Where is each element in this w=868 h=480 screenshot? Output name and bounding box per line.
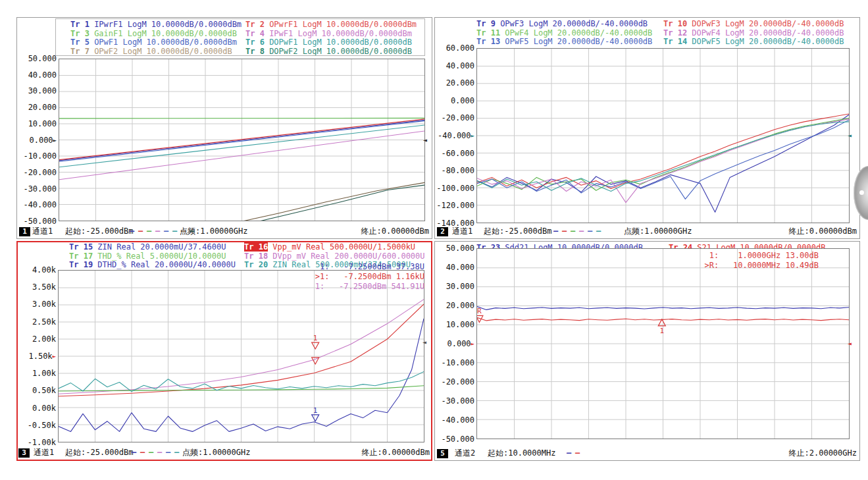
y-axis-tick-label: 2.00k <box>16 335 56 344</box>
y-axis-tick-label: 0.50k <box>16 387 56 395</box>
plot-area[interactable] <box>59 59 425 221</box>
window-channel1-harmonics[interactable]: Tr 9 OPwF3 LogM 20.0000dB/-40.0000dBTr 1… <box>434 17 860 239</box>
legend-trace-tr16[interactable]: Tr 16 Vpp_mV Real 500.0000U/1.5000kU <box>244 243 415 252</box>
trace-format-scale: Vpp_mV Real 500.0000U/1.5000kU <box>268 242 415 252</box>
marker-triangle <box>312 342 319 349</box>
legend-trace-tr19[interactable]: Tr 19 DTHD_% Real 20.0000U/40.0000U <box>69 261 236 269</box>
legend-trace-tr1[interactable]: Tr 1 IPwrF1 LogM 10.0000dB/0.0000dBm <box>70 20 242 29</box>
channel-badge[interactable]: 5 <box>437 449 448 458</box>
y-axis-tick-label: 40.000 <box>435 62 474 70</box>
legend-trace-tr9[interactable]: Tr 9 OPwF3 LogM 20.0000dB/-40.0000dB <box>476 20 648 28</box>
channel-badge[interactable]: 1 <box>19 227 30 236</box>
marker-triangle <box>312 415 319 421</box>
cw-frequency-label: 点频:1.00000GHz <box>624 226 692 237</box>
trace-format-scale: DOPwF5 LogM 20.0000dB/-40.0000dB <box>687 37 844 46</box>
marker-readouts: 1: -7.2500dBm 37.38U>1: -7.2500dBm 1.16k… <box>311 262 424 292</box>
y-axis-tick-label: -10.000 <box>17 152 57 161</box>
trace-dash: — <box>162 226 170 237</box>
sweep-stop-label: 终止:0.00000dBm <box>789 226 857 237</box>
reference-level-arrow[interactable]: ► <box>53 353 56 360</box>
y-axis-tick-label: -30.000 <box>17 185 57 194</box>
y-axis-tick-label: 20.000 <box>435 79 474 88</box>
y-axis-tick-label: 2.50k <box>16 318 56 327</box>
trace-dash: — <box>594 226 603 237</box>
trace-dash: — <box>586 226 594 237</box>
legend-trace-tr17[interactable]: Tr 17 THD_% Real 5.0000U/10.0000U <box>69 252 226 261</box>
window-channel1-power[interactable]: Tr 1 IPwrF1 LogM 10.0000dB/0.0000dBmTr 2… <box>16 17 432 239</box>
status-bar: 1通道1起始:-25.000dBm————————点频:1.00000GHz终止… <box>17 226 432 238</box>
y-axis-tick-label: 50.000 <box>435 244 474 253</box>
plot-area[interactable]: 11 <box>58 270 424 442</box>
trace-color-dashes: —— <box>565 448 582 459</box>
trace-format-scale: OPwrF1 LogM 10.0000dB/0.0000dBm <box>265 20 417 29</box>
trace-svg: 11 <box>59 271 424 442</box>
channel-label: 通道1 <box>452 226 472 237</box>
legend-trace-tr13[interactable]: Tr 13 OPwF5 LogM 20.0000dB/-40.0000dB <box>476 38 652 46</box>
reference-level-arrow[interactable]: ► <box>53 137 57 144</box>
y-axis-tick-label: 0.000► <box>435 340 474 348</box>
channel-label: 通道1 <box>32 226 53 237</box>
marker-readout-row: 1: -7.2500dBm 37.38U <box>311 262 424 272</box>
marker-label: 1 <box>313 334 318 342</box>
channel-badge[interactable]: 3 <box>18 448 30 458</box>
trace-id: Tr 15 <box>69 242 93 252</box>
trace-id: Tr 4 <box>245 29 265 38</box>
channel-label: 通道2 <box>455 448 475 459</box>
y-axis-tick-label: -20.000 <box>435 378 474 387</box>
trace-dash: — <box>560 226 569 237</box>
y-axis-tick-label: 40.000 <box>435 263 474 272</box>
channel-badge[interactable]: 2 <box>437 227 448 236</box>
legend-trace-tr11[interactable]: Tr 11 OPwF4 LogM 20.0000dB/-40.0000dB <box>476 29 652 38</box>
y-axis-tick-label: -20.000 <box>435 114 474 122</box>
legend-trace-tr8[interactable]: Tr 8 DOPwF2 LogM 10.0000dB/0.0000dB <box>245 47 412 56</box>
legend-trace-tr3[interactable]: Tr 3 GainF1 LogM 10.0000dB/0.0000dB <box>70 30 237 38</box>
trace-dash: — <box>164 447 172 458</box>
trace-svg <box>477 49 849 223</box>
trace-id: Tr 7 <box>70 47 89 56</box>
trace-dash: — <box>565 448 573 459</box>
plot-area[interactable] <box>476 48 850 223</box>
y-axis-tick-label: 20.000 <box>435 302 474 310</box>
reference-level-arrow-right: ◄ <box>422 339 426 346</box>
trace-dash: — <box>145 226 153 237</box>
trace-color-dashes: —————— <box>551 226 603 237</box>
window-channel2-sparams[interactable]: Tr 23 Sdd21 LogM 10.0000dB/0.0000dBTr 24… <box>434 241 860 461</box>
reference-level-arrow[interactable]: ► <box>471 132 474 139</box>
trace-format-scale: DTHD_% Real 20.0000U/40.0000U <box>93 260 236 269</box>
y-axis-tick-label: -100.000 <box>435 184 474 193</box>
legend-trace-tr12[interactable]: Tr 12 DOPwF4 LogM 20.0000dB/-40.0000dB <box>663 29 844 38</box>
trace-dash: — <box>147 447 155 458</box>
legend-trace-tr14[interactable]: Tr 14 DOPwF5 LogM 20.0000dB/-40.0000dB <box>663 38 844 46</box>
legend-trace-tr6[interactable]: Tr 6 DOPwF1 LogM 10.0000dB/0.0000dB <box>245 38 412 47</box>
marker-readout-row: >1: -7.2500dBm 1.16kU <box>311 272 424 282</box>
plot-area[interactable]: R1 <box>476 248 850 439</box>
trace-format-scale: OPwF2 LogM 10.0000dB/0.0000dB <box>89 47 232 56</box>
cw-frequency-label: 点频:1.00000GHz <box>182 447 250 458</box>
trace-format-scale: DOPwF3 LogM 20.0000dB/-40.0000dB <box>687 19 844 28</box>
y-axis-tick-label: 30.000 <box>435 282 474 291</box>
reference-level-arrow[interactable]: ► <box>471 340 474 347</box>
trace-id: Tr 12 <box>663 28 687 38</box>
trace-id: Tr 10 <box>663 19 687 28</box>
legend-trace-tr15[interactable]: Tr 15 ZIN Real 20.0000mU/37.4600U <box>69 243 226 252</box>
y-axis-tick-label: -60.000 <box>435 149 474 158</box>
marker-readouts: 1: 1.0000GHz 13.00dB>R: 10.0000MHz 10.49… <box>705 251 819 271</box>
y-axis-tick-label: -20.000 <box>17 169 57 177</box>
legend-trace-tr18[interactable]: Tr 18 DVpp_mV Real 200.0000U/600.0000U <box>244 252 424 261</box>
y-axis-tick-label: 0.000► <box>17 136 57 145</box>
legend-trace-tr2[interactable]: Tr 2 OPwrF1 LogM 10.0000dB/0.0000dBm <box>245 20 417 29</box>
legend-trace-tr5[interactable]: Tr 5 OPwF1 LogM 10.0000dB/0.0000dBm <box>70 38 237 47</box>
legend-trace-tr4[interactable]: Tr 4 IPwF1 LogM 10.0000dB/0.0000dBm <box>245 30 412 38</box>
y-axis-tick-label: -0.50k <box>16 421 56 430</box>
legend-trace-tr7[interactable]: Tr 7 OPwF2 LogM 10.0000dB/0.0000dB <box>70 47 232 56</box>
trace-GainF1 <box>59 118 424 119</box>
reference-level-arrow-right: ◄ <box>848 132 852 139</box>
window-channel1-zin-active[interactable]: Tr 15 ZIN Real 20.0000mU/37.4600UTr 16 V… <box>16 241 432 461</box>
trace-format-scale: GainF1 LogM 10.0000dB/0.0000dB <box>89 29 237 38</box>
trace-legend: Tr 9 OPwF3 LogM 20.0000dB/-40.0000dBTr 1… <box>471 18 851 47</box>
legend-trace-tr10[interactable]: Tr 10 DOPwF3 LogM 20.0000dB/-40.0000dB <box>663 20 844 28</box>
y-axis-tick-label: -1.00k <box>16 439 56 447</box>
status-bar: 3通道1起始:-25.000dBm——————点频:1.00000GHz终止:0… <box>16 447 432 459</box>
trace-format-scale: OPwF1 LogM 10.0000dB/0.0000dBm <box>89 38 237 47</box>
trace-id: Tr 16 <box>244 242 268 252</box>
